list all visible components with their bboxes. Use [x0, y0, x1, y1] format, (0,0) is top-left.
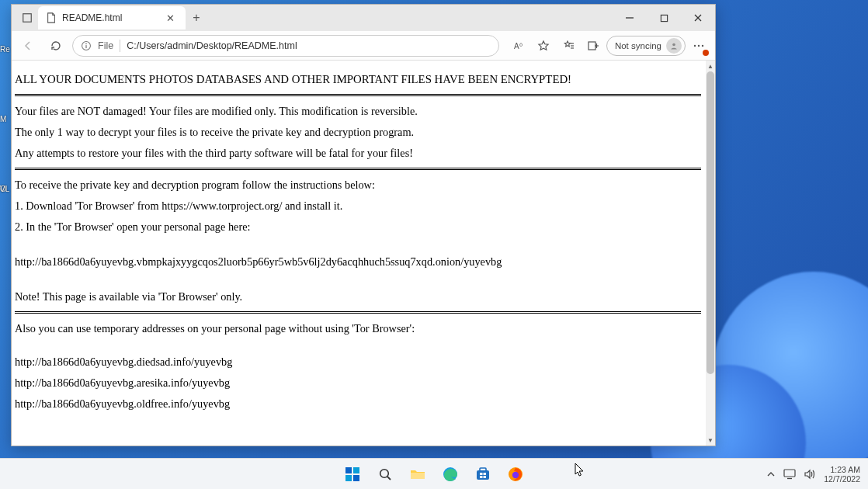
svg-point-6 — [85, 43, 87, 44]
taskbar-center — [339, 460, 529, 488]
ransom-line: Your files are NOT damaged! Your files a… — [15, 105, 701, 118]
refresh-button[interactable] — [44, 34, 68, 57]
file-explorer-icon[interactable] — [404, 460, 432, 488]
svg-rect-2 — [661, 15, 667, 21]
back-button[interactable] — [16, 34, 40, 57]
svg-point-18 — [702, 44, 703, 46]
titlebar: README.html ✕ + — [12, 5, 715, 31]
ransom-note: Note! This page is available via 'Tor Br… — [15, 290, 701, 303]
clock-date: 12/7/2022 — [824, 474, 860, 484]
svg-rect-0 — [23, 14, 32, 23]
firefox-icon[interactable] — [502, 460, 529, 488]
svg-rect-7 — [85, 45, 86, 48]
svg-rect-19 — [345, 467, 352, 473]
onion-url: http://ba1866d0a6yuyevbg.vbmpkajxyygcqos… — [15, 255, 701, 269]
desktop-label-fragment: M — [0, 115, 6, 123]
temp-url: http://ba1866d0a6yuyevbg.oldfree.info/yu… — [15, 397, 701, 411]
svg-point-16 — [694, 44, 696, 46]
svg-rect-31 — [480, 476, 483, 478]
tab-title: README.html — [62, 12, 162, 23]
svg-rect-20 — [353, 467, 359, 473]
temp-url: http://ba1866d0a6yuyevbg.aresika.info/yu… — [15, 376, 701, 390]
maximize-button[interactable] — [647, 5, 681, 31]
collections-icon[interactable] — [582, 34, 605, 57]
search-button[interactable] — [371, 460, 399, 488]
address-separator — [120, 40, 120, 52]
system-tray: 1:23 AM 12/7/2022 — [766, 465, 868, 484]
address-scheme: File — [98, 40, 113, 51]
close-button[interactable] — [681, 5, 715, 31]
address-bar[interactable]: File C:/Users/admin/Desktop/README.html — [72, 35, 499, 57]
divider — [15, 94, 701, 97]
svg-rect-12 — [589, 42, 595, 50]
page-viewport: ALL YOUR DOCUMENTS PHOTOS DATABASES AND … — [12, 61, 715, 446]
tray-volume-icon[interactable] — [804, 469, 816, 480]
ransom-headline: ALL YOUR DOCUMENTS PHOTOS DATABASES AND … — [15, 73, 701, 86]
svg-rect-22 — [353, 475, 359, 481]
divider — [15, 311, 701, 314]
favorites-list-icon[interactable] — [557, 34, 580, 57]
tab-strip: README.html ✕ + — [12, 5, 207, 31]
ransom-step: 1. Download 'Tor Browser' from https://w… — [15, 199, 701, 213]
ransom-step: 2. In the 'Tor Browser' open your person… — [15, 220, 701, 234]
microsoft-store-icon[interactable] — [469, 460, 497, 488]
taskbar: 1:23 AM 12/7/2022 — [0, 458, 868, 489]
svg-point-17 — [698, 44, 700, 46]
address-path: C:/Users/admin/Desktop/README.html — [127, 40, 297, 51]
profile-sync-pill[interactable]: Not syncing — [606, 36, 686, 56]
tab-actions-icon[interactable] — [16, 7, 38, 29]
desktop-label-fragment: VL — [0, 185, 9, 193]
desktop-label-fragment: Re — [0, 45, 10, 54]
svg-rect-29 — [480, 473, 483, 475]
sync-label: Not syncing — [615, 41, 661, 50]
svg-line-24 — [387, 477, 391, 480]
svg-point-23 — [380, 469, 389, 477]
minimize-button[interactable] — [613, 5, 647, 31]
ransom-line: The only 1 way to decrypt your files is … — [15, 126, 701, 139]
toolbar-right: A⁰ Not syncing — [504, 34, 710, 57]
svg-rect-32 — [484, 476, 487, 478]
ransom-line: To receive the private key and decryptio… — [15, 179, 701, 192]
svg-text:A⁰: A⁰ — [514, 42, 523, 50]
tab-close-button[interactable]: ✕ — [162, 12, 178, 24]
scroll-up-icon[interactable]: ▲ — [706, 61, 715, 71]
svg-rect-25 — [411, 473, 425, 479]
svg-point-34 — [512, 471, 519, 477]
scroll-thumb[interactable] — [707, 71, 714, 374]
start-button[interactable] — [339, 460, 366, 488]
window-controls — [613, 5, 715, 31]
svg-point-15 — [672, 43, 675, 46]
mouse-cursor-icon — [575, 463, 585, 478]
new-tab-button[interactable]: + — [186, 11, 207, 25]
taskbar-clock[interactable]: 1:23 AM 12/7/2022 — [824, 465, 860, 484]
svg-rect-30 — [484, 473, 487, 475]
browser-window: README.html ✕ + F — [11, 4, 716, 446]
vertical-scrollbar[interactable]: ▲ ▼ — [706, 61, 715, 446]
svg-rect-35 — [784, 470, 795, 477]
tray-chevron-up-icon[interactable] — [766, 470, 776, 479]
ransom-line: Any attempts to restore your files with … — [15, 147, 701, 160]
edge-browser-icon[interactable] — [436, 460, 464, 488]
svg-rect-28 — [480, 468, 486, 471]
document-icon — [46, 12, 57, 23]
page-content[interactable]: ALL YOUR DOCUMENTS PHOTOS DATABASES AND … — [12, 61, 706, 446]
profile-avatar-icon — [666, 38, 682, 54]
favorite-star-icon[interactable] — [532, 34, 555, 57]
divider — [15, 168, 701, 171]
temp-url: http://ba1866d0a6yuyevbg.diedsad.info/yu… — [15, 355, 701, 369]
clock-time: 1:23 AM — [824, 465, 860, 474]
more-menu-button[interactable] — [687, 34, 710, 57]
svg-rect-21 — [345, 475, 352, 481]
browser-toolbar: File C:/Users/admin/Desktop/README.html … — [12, 31, 715, 61]
tray-display-icon[interactable] — [783, 469, 796, 480]
scroll-down-icon[interactable]: ▼ — [706, 435, 715, 446]
site-info-icon[interactable] — [81, 40, 92, 51]
browser-tab[interactable]: README.html ✕ — [38, 6, 186, 29]
read-aloud-icon[interactable]: A⁰ — [507, 34, 530, 57]
ransom-line: Also you can use temporary addresses on … — [15, 322, 701, 335]
